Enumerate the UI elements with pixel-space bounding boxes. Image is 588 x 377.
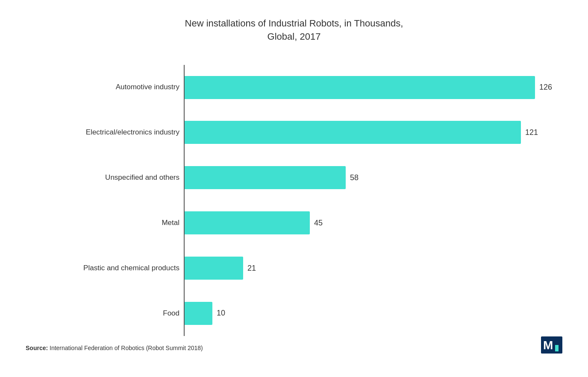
logo-area: M [541, 336, 562, 354]
y-axis-label: Plastic and chemical products [26, 260, 179, 277]
bar-row: 21 [185, 253, 562, 283]
bar-row: 58 [185, 163, 562, 193]
bar-row: 45 [185, 208, 562, 238]
bar [185, 302, 212, 325]
bar-row: 121 [185, 117, 562, 147]
chart-container: New installations of Industrial Robots, … [0, 0, 588, 377]
y-axis-label: Electrical/electronics industry [26, 124, 179, 141]
bar-value: 126 [539, 83, 552, 92]
bar [185, 76, 535, 99]
bar [185, 211, 310, 234]
bar-value: 45 [314, 219, 323, 228]
brand-logo: M [541, 336, 562, 354]
y-axis-label: Unspecified and others [26, 169, 179, 186]
y-axis-label: Food [26, 305, 179, 322]
source-prefix: Source: [26, 345, 48, 351]
bar [185, 257, 243, 280]
y-axis-label: Automotive industry [26, 79, 179, 96]
bar-value: 121 [525, 128, 538, 137]
source-text: International Federation of Robotics (Ro… [50, 345, 203, 351]
source-line: Source: International Federation of Robo… [26, 345, 562, 351]
bar-row: 126 [185, 73, 562, 102]
y-axis-label: Metal [26, 214, 179, 231]
bars-section: 12612158452110 [184, 65, 562, 336]
chart-area: Automotive industryElectrical/electronic… [26, 65, 562, 336]
bar-value: 58 [350, 173, 359, 182]
y-axis-labels: Automotive industryElectrical/electronic… [26, 65, 184, 336]
svg-text:M: M [543, 339, 553, 352]
bar [185, 121, 521, 144]
bar-value: 21 [247, 264, 256, 273]
bar-value: 10 [217, 309, 225, 318]
bar [185, 166, 346, 189]
bar-row: 10 [185, 298, 562, 328]
chart-title: New installations of Industrial Robots, … [26, 17, 562, 44]
svg-rect-2 [555, 345, 559, 351]
